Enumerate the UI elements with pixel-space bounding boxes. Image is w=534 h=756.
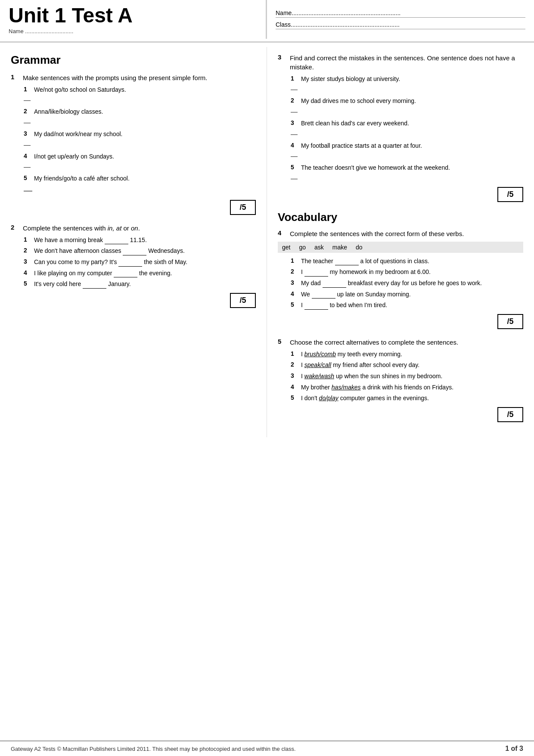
question-5: 5 Choose the correct alternatives to com… xyxy=(278,338,523,422)
answer-dash: — xyxy=(291,131,523,138)
item-text: The teacher a lot of questions in class. xyxy=(301,257,429,266)
word-bank-item: do xyxy=(356,244,363,251)
header-name-left: Name ............................... xyxy=(9,28,257,34)
item-text: My brother has/makes a drink with his fr… xyxy=(301,383,453,392)
q4-header: 4 Complete the sentences with the correc… xyxy=(278,229,523,238)
q4-number: 4 xyxy=(278,229,286,236)
q1-header: 1 Make sentences with the prompts using … xyxy=(11,73,256,82)
list-item: 4 I/not get up/early on Sundays. xyxy=(24,152,256,161)
item-num: 4 xyxy=(291,142,298,149)
answer-dash: — xyxy=(291,108,523,116)
q2-number: 2 xyxy=(11,224,19,231)
list-item: 1 My sister studys biology at university… xyxy=(291,75,523,84)
q1-score-row: /5 xyxy=(11,200,256,215)
item-text: My football practice starts at a quarter… xyxy=(301,142,422,150)
list-item: 3 My dad/not work/near my school. xyxy=(24,130,256,139)
q5-score: /5 xyxy=(497,407,523,422)
item-num: 1 xyxy=(291,75,298,82)
answer-dash: — xyxy=(24,119,256,127)
list-item: 3 Can you come to my party? It's the six… xyxy=(24,258,256,267)
grammar-section-title: Grammar xyxy=(11,53,256,67)
q5-instruction: Choose the correct alternatives to compl… xyxy=(290,338,458,347)
question-3: 3 Find and correct the mistakes in the s… xyxy=(278,53,523,202)
list-item: 1 We have a morning break 11.15. xyxy=(24,236,256,245)
page-title: Unit 1 Test A xyxy=(9,4,257,27)
q5-score-row: /5 xyxy=(278,407,523,422)
right-column: 3 Find and correct the mistakes in the s… xyxy=(267,47,534,437)
q5-header: 5 Choose the correct alternatives to com… xyxy=(278,338,523,347)
item-text: My dad drives me to school every morning… xyxy=(301,97,416,106)
item-text: I brush/comb my teeth every morning. xyxy=(301,350,402,359)
question-2: 2 Complete the sentences with in, at or … xyxy=(11,224,256,308)
item-text: My sister studys biology at university. xyxy=(301,75,400,84)
list-item: 2 Anna/like/biology classes. xyxy=(24,108,256,116)
footer-copyright: Gateway A2 Tests © Macmillan Publishers … xyxy=(11,746,296,752)
item-text: I don't do/play computer games in the ev… xyxy=(301,394,429,403)
list-item: 3 Brett clean his dad's car every weeken… xyxy=(291,119,523,128)
item-text: My dad breakfast every day for us before… xyxy=(301,279,482,288)
list-item: 5 My friends/go/to a café after school. xyxy=(24,174,256,183)
item-num: 1 xyxy=(291,350,298,357)
word-bank-item: ask xyxy=(314,244,324,251)
q3-score-row: /5 xyxy=(278,187,523,202)
q3-score: /5 xyxy=(497,187,523,202)
item-num: 4 xyxy=(24,152,31,159)
list-item: 2 I my homework in my bedroom at 6.00. xyxy=(291,268,523,277)
list-item: 4 We up late on Sunday morning. xyxy=(291,290,523,299)
item-text: We don't have afternoon classes Wednesda… xyxy=(34,247,185,255)
list-item: 4 My brother has/makes a drink with his … xyxy=(291,383,523,392)
item-num: 5 xyxy=(24,174,31,181)
q4-items: 1 The teacher a lot of questions in clas… xyxy=(291,257,523,310)
q5-items: 1 I brush/comb my teeth every morning. 2… xyxy=(291,350,523,403)
answer-dash: — xyxy=(291,86,523,93)
header-left: Unit 1 Test A Name .....................… xyxy=(0,0,267,39)
footer-page: 1 of 3 xyxy=(505,745,523,753)
item-num: 5 xyxy=(291,301,298,308)
list-item: 4 I like playing on my computer the even… xyxy=(24,269,256,278)
item-num: 1 xyxy=(291,257,298,264)
answer-dash: — xyxy=(24,141,256,149)
item-text: I to bed when I'm tired. xyxy=(301,301,387,310)
q2-header: 2 Complete the sentences with in, at or … xyxy=(11,224,256,233)
q3-instruction: Find and correct the mistakes in the sen… xyxy=(290,53,523,72)
word-bank-item: get xyxy=(282,244,290,251)
item-num: 5 xyxy=(291,164,298,171)
item-text: I like playing on my computer the evenin… xyxy=(34,269,172,278)
item-num: 3 xyxy=(291,279,298,286)
list-item: 5 It's very cold here January. xyxy=(24,280,256,289)
list-item: 3 My dad breakfast every day for us befo… xyxy=(291,279,523,288)
list-item: 2 My dad drives me to school every morni… xyxy=(291,97,523,106)
item-num: 1 xyxy=(24,236,31,243)
q3-header: 3 Find and correct the mistakes in the s… xyxy=(278,53,523,72)
list-item: 3 I wake/wash up when the sun shines in … xyxy=(291,372,523,381)
item-text: The teacher doesn't give we homework at … xyxy=(301,164,450,172)
item-text: I/not get up/early on Sundays. xyxy=(34,152,114,161)
item-num: 2 xyxy=(24,247,31,254)
list-item: 4 My football practice starts at a quart… xyxy=(291,142,523,150)
header-right: Name....................................… xyxy=(267,0,534,39)
item-num: 2 xyxy=(291,361,298,368)
item-num: 2 xyxy=(291,268,298,275)
item-text: We have a morning break 11.15. xyxy=(34,236,147,245)
item-num: 3 xyxy=(24,258,31,265)
item-num: 4 xyxy=(24,269,31,276)
class-field: Class...................................… xyxy=(276,21,525,29)
item-text: I wake/wash up when the sun shines in my… xyxy=(301,372,442,381)
item-text: It's very cold here January. xyxy=(34,280,131,289)
item-num: 3 xyxy=(24,130,31,137)
word-bank: get go ask make do xyxy=(278,242,523,253)
q1-items: 1 We/not go/to school on Saturdays. — 2 … xyxy=(24,86,256,196)
q3-number: 3 xyxy=(278,53,286,61)
item-text: My friends/go/to a café after school. xyxy=(34,174,130,183)
left-column: Grammar 1 Make sentences with the prompt… xyxy=(0,47,267,437)
vocab-section-title: Vocabulary xyxy=(278,211,523,224)
item-num: 5 xyxy=(291,394,298,401)
answer-dash: — xyxy=(24,96,256,104)
item-num: 4 xyxy=(291,383,298,390)
question-4: 4 Complete the sentences with the correc… xyxy=(278,229,523,329)
q1-score: /5 xyxy=(230,200,256,215)
q1-number: 1 xyxy=(11,73,19,81)
list-item: 5 The teacher doesn't give we homework a… xyxy=(291,164,523,172)
answer-dash: — xyxy=(291,152,523,160)
q4-instruction: Complete the sentences with the correct … xyxy=(290,229,464,238)
